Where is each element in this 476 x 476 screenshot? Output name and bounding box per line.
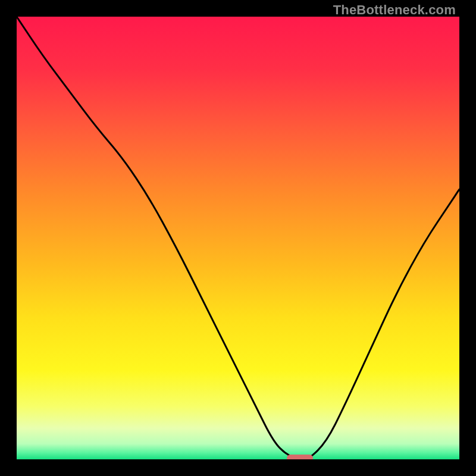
- chart-frame: TheBottleneck.com: [0, 0, 476, 476]
- optimal-marker: [287, 455, 314, 459]
- watermark-text: TheBottleneck.com: [333, 2, 456, 18]
- bottleneck-curve: [17, 17, 459, 459]
- plot-area: [17, 17, 459, 459]
